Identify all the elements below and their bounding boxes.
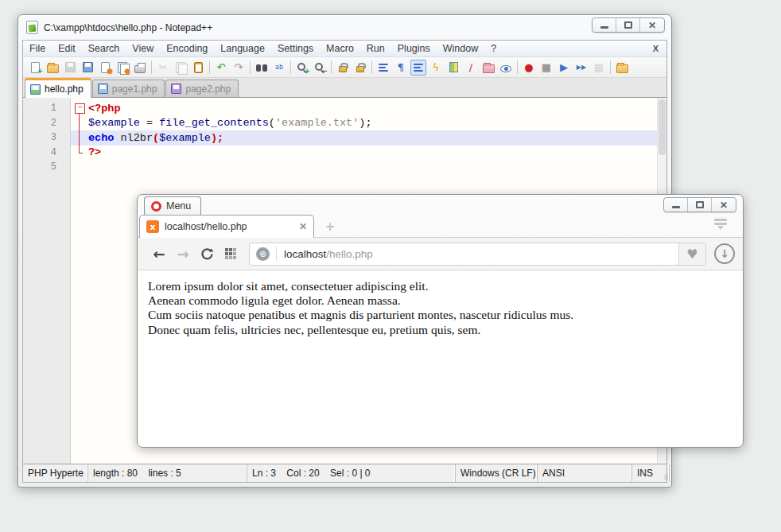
macro-play-icon[interactable]: ▶ — [556, 60, 572, 76]
monitoring-icon[interactable] — [614, 60, 630, 76]
notepadpp-window-controls: ✕ — [592, 17, 665, 33]
code-line[interactable]: echo nl2br($example); — [71, 130, 657, 146]
file-icon — [171, 83, 181, 94]
minimize-button[interactable] — [664, 198, 688, 212]
menu-item-language[interactable]: Language — [214, 41, 271, 56]
zoom-in-icon[interactable]: + — [294, 60, 310, 76]
opera-toolbar: ← → ⊕ localhost/hello.php ♥ ↓ — [138, 238, 743, 270]
code-line[interactable]: ?> — [71, 146, 657, 161]
maximize-button[interactable] — [616, 18, 640, 32]
fold-marker[interactable] — [71, 101, 88, 116]
tab-page1-php[interactable]: page1.php — [92, 80, 165, 97]
back-button[interactable]: ← — [149, 243, 169, 264]
show-all-characters-icon[interactable]: ¶ — [393, 60, 409, 76]
menu-item-encoding[interactable]: Encoding — [160, 41, 214, 56]
menu-item-macro[interactable]: Macro — [320, 41, 360, 56]
indent-guide-icon[interactable] — [410, 60, 426, 76]
code-text: ?> — [88, 146, 101, 158]
heart-icon: ♥ — [686, 247, 697, 262]
macro-run-multiple-icon[interactable]: ▶▶ — [573, 60, 589, 76]
speed-dial-button[interactable] — [220, 243, 241, 264]
macro-stop-icon[interactable]: ■ — [538, 60, 554, 76]
function-list-icon[interactable]: ϟ — [428, 60, 444, 76]
line-number: 3 — [23, 130, 71, 146]
menu-item-settings[interactable]: Settings — [271, 41, 320, 56]
paste-icon[interactable] — [190, 60, 206, 76]
line-number: 5 — [23, 160, 71, 175]
code-line[interactable] — [71, 160, 657, 175]
minimize-button[interactable] — [593, 18, 616, 32]
document-map-icon[interactable] — [445, 60, 461, 76]
forward-button[interactable]: → — [173, 243, 193, 264]
macro-record-icon[interactable]: ● — [521, 60, 537, 76]
line-number: 2 — [23, 116, 71, 131]
save-all-icon[interactable] — [80, 60, 95, 76]
menu-item-edit[interactable]: Edit — [52, 41, 82, 56]
address-bar[interactable]: ⊕ localhost/hello.php ♥ — [249, 243, 706, 266]
find-icon[interactable] — [254, 60, 270, 76]
save-icon[interactable] — [62, 60, 78, 76]
close-doc-icon[interactable]: ● — [97, 60, 113, 76]
code-line[interactable]: $example = file_get_contents('example.tx… — [71, 116, 657, 131]
url-text[interactable]: localhost/hello.php — [284, 248, 678, 260]
tab-hello-php[interactable]: hello.php — [25, 78, 91, 98]
maximize-button[interactable] — [688, 198, 712, 212]
menu-item-plugins[interactable]: Plugins — [391, 41, 437, 56]
menu-item-file[interactable]: File — [23, 41, 52, 56]
menu-item-view[interactable]: View — [126, 41, 160, 56]
address-divider — [276, 247, 277, 261]
downloads-button[interactable]: ↓ — [714, 243, 735, 264]
tab-localhost-hello[interactable]: x localhost/hello.php ✕ — [139, 215, 314, 238]
sync-horizontal-icon[interactable] — [352, 60, 368, 76]
doc-switcher-icon[interactable]: / — [463, 60, 479, 76]
opera-menu-button[interactable]: Menu — [144, 196, 201, 215]
replace-icon[interactable]: ab — [271, 60, 287, 76]
new-tab-button[interactable]: + — [324, 220, 336, 233]
globe-icon: ⊕ — [256, 247, 270, 261]
opera-logo-icon — [151, 201, 161, 212]
status-caret: Ln : 3 Col : 20 Sel : 0 | 0 — [247, 464, 456, 482]
open-file-icon[interactable] — [45, 60, 60, 76]
toolbar-separator — [331, 60, 332, 74]
code-line[interactable]: <?php — [71, 101, 657, 116]
code-text: echo nl2br($example); — [88, 132, 223, 144]
toolbar-separator — [517, 60, 518, 74]
sync-vertical-icon[interactable] — [335, 60, 351, 76]
reload-button[interactable] — [196, 243, 217, 264]
menubar-close-icon[interactable]: X — [653, 44, 659, 53]
notepadpp-titlebar[interactable]: C:\xampp\htdocs\hello.php - Notepad++ — [18, 15, 671, 40]
menu-item-help[interactable]: ? — [484, 41, 503, 56]
bookmark-button[interactable]: ♥ — [678, 243, 705, 265]
zoom-out-icon[interactable]: − — [312, 60, 328, 76]
content-line: Cum sociis natoque penatibus et magnis d… — [148, 308, 732, 322]
fold-margin — [71, 160, 88, 175]
new-file-icon[interactable]: + — [27, 60, 43, 76]
close-all-docs-icon[interactable]: ● — [115, 60, 130, 76]
tab-page2-php[interactable]: page2.php — [165, 80, 239, 97]
close-button[interactable]: ✕ — [712, 198, 736, 212]
print-icon[interactable] — [132, 60, 148, 76]
redo-icon[interactable]: ↷ — [231, 60, 247, 76]
xampp-favicon: x — [146, 220, 159, 233]
menu-item-run[interactable]: Run — [360, 41, 391, 56]
word-wrap-icon[interactable] — [375, 60, 391, 76]
close-button[interactable]: ✕ — [640, 18, 664, 32]
menu-item-search[interactable]: Search — [82, 41, 126, 56]
copy-icon[interactable] — [173, 60, 188, 76]
menu-item-window[interactable]: Window — [437, 41, 484, 56]
macro-save-icon[interactable]: ▦ — [591, 60, 607, 76]
opera-top-strip[interactable]: Menu — [138, 195, 743, 214]
tab-close-icon[interactable]: ✕ — [299, 221, 307, 232]
status-eol: Windows (CR LF) — [456, 464, 538, 482]
view-file-icon[interactable] — [498, 60, 514, 76]
tab-menu-icon[interactable] — [713, 219, 729, 233]
scrollbar-thumb[interactable] — [659, 99, 666, 155]
undo-icon[interactable]: ↶ — [213, 60, 229, 76]
cut-icon[interactable]: ✂ — [155, 60, 171, 76]
close-icon: ✕ — [720, 200, 728, 210]
content-line: Donec quam felis, ultricies nec, pellent… — [148, 323, 732, 337]
status-doctype: PHP Hyperte — [23, 464, 88, 482]
minimize-icon — [600, 26, 608, 29]
folder-as-workspace-icon[interactable] — [480, 60, 496, 76]
notepadpp-window-title: C:\xampp\htdocs\hello.php - Notepad++ — [44, 22, 212, 33]
